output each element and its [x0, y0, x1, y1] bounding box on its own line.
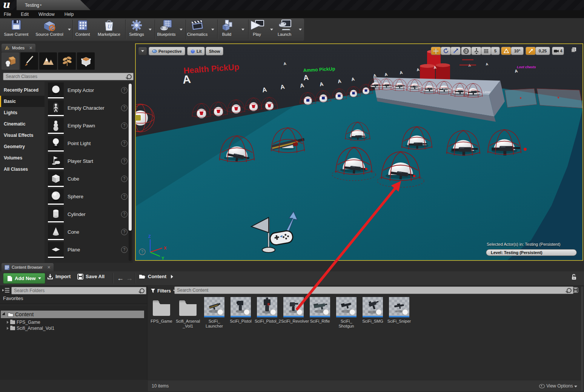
show-flags-button[interactable]: Show [206, 47, 223, 55]
asset-scifi-pistol-2[interactable]: SciFi_Pistol_2 [255, 297, 280, 324]
item-empty-actor[interactable]: Empty Actor? [45, 81, 133, 99]
item-cube[interactable]: Cube? [45, 170, 133, 188]
asset-scifi-arsenal-folder[interactable]: Scifi_Arsenal _Vol1 [175, 297, 200, 329]
category-lights[interactable]: Lights [0, 107, 45, 118]
help-icon[interactable]: ? [121, 140, 128, 147]
scale-snap-value[interactable]: 0,25 [535, 47, 550, 55]
save-all-button[interactable]: Save All [77, 271, 105, 282]
category-volumes[interactable]: Volumes [0, 152, 45, 164]
asset-scifi-rifle[interactable]: SciFi_Rifle [307, 297, 332, 324]
lock-icon[interactable] [571, 274, 577, 282]
view-options-button[interactable]: View Options [539, 383, 577, 389]
mode-paint[interactable] [20, 52, 38, 70]
asset-scifi-sniper[interactable]: SciFi_Sniper [387, 297, 412, 324]
source-control-button[interactable]: Source Control [33, 19, 66, 40]
help-icon[interactable]: ? [121, 176, 128, 182]
item-player-start[interactable]: Player Start? [45, 152, 133, 170]
help-icon[interactable]: ? [121, 247, 128, 253]
item-cone[interactable]: Cone? [45, 223, 133, 241]
cinematics-dropdown[interactable] [211, 29, 214, 31]
move-tool-button[interactable] [431, 47, 441, 55]
save-search-icon[interactable] [573, 287, 578, 294]
collapsed-arrow-icon[interactable] [7, 321, 9, 324]
category-all-classes[interactable]: All Classes [0, 164, 45, 175]
favorites-header[interactable]: Favorites [3, 296, 23, 301]
angle-snap-value[interactable]: 10° [511, 47, 524, 55]
marketplace-button[interactable]: U Marketplace [95, 19, 123, 40]
forward-button[interactable]: → [126, 274, 133, 282]
build-dropdown[interactable] [241, 29, 244, 31]
search-content-input[interactable] [176, 287, 567, 293]
add-new-button[interactable]: Add New [3, 273, 45, 284]
world-local-toggle[interactable] [461, 47, 471, 55]
camera-speed-button[interactable]: 4 [552, 47, 564, 55]
category-visual-effects[interactable]: Visual Effects [0, 130, 45, 141]
sources-toggle-icon[interactable] [2, 287, 10, 295]
search-classes-input[interactable] [5, 74, 127, 80]
build-button[interactable]: Build [217, 19, 237, 40]
grid-snap-button[interactable] [481, 47, 491, 55]
close-icon[interactable]: ✕ [47, 265, 51, 270]
perspective-button[interactable]: Perspective [149, 47, 185, 55]
back-button[interactable]: ← [117, 274, 124, 282]
blueprints-dropdown[interactable] [180, 29, 183, 31]
level-tab[interactable]: Testing • [17, 0, 91, 10]
collapsed-arrow-icon[interactable] [7, 327, 9, 330]
search-folders-input[interactable] [13, 288, 140, 294]
category-geometry[interactable]: Geometry [0, 141, 45, 152]
scale-tool-button[interactable] [450, 47, 461, 55]
menu-window[interactable]: Window [38, 12, 55, 17]
help-icon[interactable]: ? [121, 229, 128, 235]
item-empty-character[interactable]: Empty Character? [45, 99, 133, 117]
settings-dropdown[interactable] [149, 29, 152, 31]
item-sphere[interactable]: Sphere? [45, 188, 133, 205]
angle-snap-button[interactable] [501, 47, 511, 55]
blueprints-button[interactable]: Blueprints [154, 19, 179, 40]
item-cylinder[interactable]: Cylinder? [45, 205, 133, 223]
category-basic[interactable]: Basic [0, 96, 45, 107]
tree-root-content[interactable]: Content [1, 311, 144, 318]
help-icon[interactable]: ? [121, 158, 128, 164]
mode-place[interactable] [2, 52, 19, 70]
help-icon[interactable]: ? [121, 87, 128, 93]
tree-item-fps-game[interactable]: FPS_Game [7, 319, 40, 325]
lit-mode-button[interactable]: Lit [187, 47, 205, 55]
mode-geometry[interactable] [77, 52, 95, 70]
surface-snap-button[interactable] [471, 47, 481, 55]
play-button[interactable]: Play [247, 19, 266, 40]
level-viewport[interactable]: A A A A A A A A A A A A A A A A A Health… [135, 43, 583, 261]
maximize-viewport-icon[interactable] [571, 47, 577, 54]
save-current-button[interactable]: Save Current [2, 19, 30, 40]
launch-dropdown[interactable] [299, 29, 302, 31]
asset-scifi-pistol[interactable]: SciFi_Pistol [228, 297, 253, 324]
mode-landscape[interactable] [39, 52, 57, 70]
item-plane[interactable]: Plane? [45, 241, 133, 259]
category-cinematic[interactable]: Cinematic [0, 118, 45, 130]
content-browser-tab[interactable]: Content Browser ✕ [2, 263, 54, 271]
menu-file[interactable]: File [4, 12, 11, 17]
import-button[interactable]: Import [47, 271, 71, 282]
tree-item-scifi-arsenal[interactable]: Scifi_Arsenal_Vol1 [7, 325, 54, 331]
asset-scifi-smg[interactable]: SciFi_SMG [360, 297, 385, 324]
scale-snap-button[interactable] [526, 47, 536, 55]
help-icon[interactable]: ? [121, 193, 128, 200]
mode-foliage[interactable] [58, 52, 76, 70]
menu-help[interactable]: Help [65, 12, 74, 17]
expand-arrow-icon[interactable] [2, 312, 6, 316]
item-empty-pawn[interactable]: Empty Pawn? [45, 117, 133, 135]
category-recently-placed[interactable]: Recently Placed [0, 84, 45, 96]
menu-edit[interactable]: Edit [21, 12, 29, 17]
viewport-options-dropdown[interactable] [138, 47, 147, 55]
item-point-light[interactable]: Point Light? [45, 135, 133, 152]
settings-button[interactable]: Settings [125, 19, 148, 40]
rotate-tool-button[interactable] [441, 47, 451, 55]
help-icon[interactable]: ? [121, 211, 128, 217]
breadcrumb[interactable]: Content [139, 271, 173, 282]
level-indicator[interactable]: Level: Testing (Persistent) [486, 249, 577, 256]
content-scrollbar[interactable] [581, 286, 583, 391]
help-icon[interactable]: ? [121, 105, 128, 111]
cinematics-button[interactable]: Cinematics [184, 19, 211, 40]
asset-scifi-launcher[interactable]: SciFi_ Launcher [202, 297, 227, 329]
asset-scifi-revolver[interactable]: SciFi_Revolver [281, 297, 306, 324]
asset-fps-game-folder[interactable]: FPS_Game [149, 297, 174, 324]
